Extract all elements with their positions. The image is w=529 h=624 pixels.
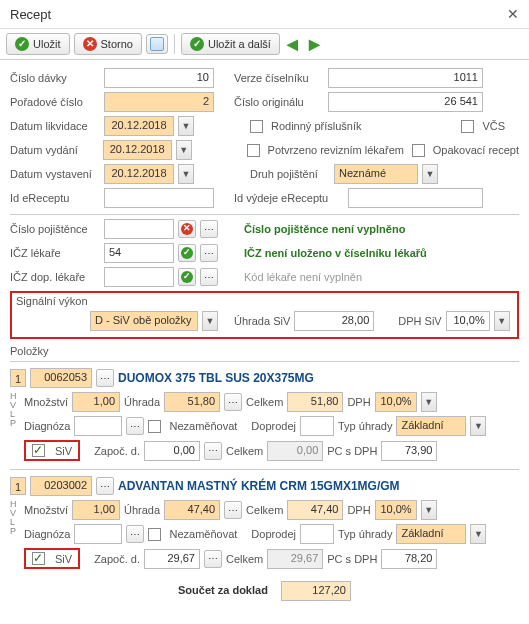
- celkem2-field: 0,00: [267, 441, 323, 461]
- datum-vystaveni-field[interactable]: 20.12.2018: [104, 164, 174, 184]
- more-button[interactable]: ⋯: [126, 417, 144, 435]
- cancel-button[interactable]: ✕ Storno: [74, 33, 142, 55]
- dropdown-icon[interactable]: ▼: [421, 392, 437, 412]
- nezamenovat-label: Nezaměňovat: [169, 528, 237, 540]
- save-next-label: Uložit a další: [208, 38, 271, 50]
- uhrada-field[interactable]: 51,80: [164, 392, 220, 412]
- dph-field[interactable]: 10,0%: [375, 392, 417, 412]
- doprodej-field[interactable]: [300, 524, 334, 544]
- dropdown-icon[interactable]: ▼: [176, 140, 192, 160]
- vcs-checkbox[interactable]: [461, 120, 474, 133]
- drug-code-field[interactable]: 0203002: [30, 476, 92, 496]
- rodinny-checkbox[interactable]: [250, 120, 263, 133]
- more-button[interactable]: ⋯: [200, 244, 218, 262]
- toolbar-action-1[interactable]: [146, 34, 168, 54]
- zapoc-label: Započ. d.: [94, 445, 140, 457]
- cislo-pojistence-field[interactable]: [104, 219, 174, 239]
- uhrada-field[interactable]: 47,40: [164, 500, 220, 520]
- cislo-davky-label: Číslo dávky: [10, 72, 100, 84]
- mnozstvi-label: Množství: [24, 504, 68, 516]
- nezamenovat-checkbox[interactable]: [148, 528, 161, 541]
- uhrada-siv-label: Úhrada SiV: [234, 315, 290, 327]
- more-button[interactable]: ⋯: [224, 393, 242, 411]
- vcs-label: VČS: [482, 120, 505, 132]
- icz-lekare-label: IČZ lékaře: [10, 247, 100, 259]
- icz-lekare-field[interactable]: 54: [104, 243, 174, 263]
- uhrada-siv-field[interactable]: 28,00: [294, 311, 374, 331]
- potvrzeno-label: Potvrzeno revizním lékařem: [268, 144, 404, 156]
- dph-label: DPH: [347, 396, 370, 408]
- save-next-button[interactable]: ✓ Uložit a další: [181, 33, 280, 55]
- dropdown-icon[interactable]: ▼: [422, 164, 438, 184]
- diagnoza-label: Diagnóza: [24, 420, 70, 432]
- drug-code-field[interactable]: 0062053: [30, 368, 92, 388]
- signalni-typ-select[interactable]: D - SiV obě položky: [90, 311, 198, 331]
- dph-siv-field[interactable]: 10,0%: [446, 311, 490, 331]
- more-button[interactable]: ⋯: [200, 268, 218, 286]
- ok-icon: ✓: [178, 268, 196, 286]
- potvrzeno-checkbox[interactable]: [247, 144, 260, 157]
- check-icon: ✓: [190, 37, 204, 51]
- datum-likvidace-field[interactable]: 20.12.2018: [104, 116, 174, 136]
- dph-siv-label: DPH SiV: [398, 315, 441, 327]
- dropdown-icon[interactable]: ▼: [470, 524, 486, 544]
- nezamenovat-checkbox[interactable]: [148, 420, 161, 433]
- dropdown-icon[interactable]: ▼: [421, 500, 437, 520]
- soucet-field: 127,20: [281, 581, 351, 601]
- dropdown-icon[interactable]: ▼: [178, 164, 194, 184]
- siv-box: SiV: [24, 548, 80, 569]
- datum-vydani-field[interactable]: 20.12.2018: [103, 140, 172, 160]
- typ-uhrady-select[interactable]: Základní: [396, 524, 466, 544]
- more-button[interactable]: ⋯: [200, 220, 218, 238]
- check-icon: ✓: [15, 37, 29, 51]
- cancel-label: Storno: [101, 38, 133, 50]
- icz-lekare-msg: IČZ není uloženo v číselníku lékařů: [244, 247, 427, 259]
- close-icon[interactable]: ✕: [507, 6, 519, 22]
- celkem2-label: Celkem: [226, 553, 263, 565]
- diagnoza-field[interactable]: [74, 524, 122, 544]
- id-vydeje-field[interactable]: [348, 188, 483, 208]
- mnozstvi-field[interactable]: 1,00: [72, 500, 120, 520]
- datum-likvidace-label: Datum likvidace: [10, 120, 100, 132]
- more-button[interactable]: ⋯: [126, 525, 144, 543]
- typ-uhrady-label: Typ úhrady: [338, 528, 392, 540]
- doc-icon: [150, 37, 164, 51]
- zapoc-field[interactable]: 29,67: [144, 549, 200, 569]
- pc-label: PC s DPH: [327, 445, 377, 457]
- more-button[interactable]: ⋯: [204, 442, 222, 460]
- dph-field[interactable]: 10,0%: [375, 500, 417, 520]
- cislo-originalu-label: Číslo originálu: [234, 96, 324, 108]
- next-arrow-icon[interactable]: ▶: [306, 35, 324, 53]
- typ-uhrady-select[interactable]: Základní: [396, 416, 466, 436]
- icz-dop-label: IČZ dop. lékaře: [10, 271, 100, 283]
- mnozstvi-label: Množství: [24, 396, 68, 408]
- siv-checkbox[interactable]: [32, 444, 45, 457]
- more-button[interactable]: ⋯: [96, 369, 114, 387]
- cislo-pojistence-msg: Číslo pojištěnce není vyplněno: [244, 223, 405, 235]
- id-ereceptu-field[interactable]: [104, 188, 214, 208]
- drug-name: ADVANTAN MASTNÝ KRÉM CRM 15GMX1MG/GM: [118, 479, 400, 493]
- dropdown-icon[interactable]: ▼: [470, 416, 486, 436]
- dropdown-icon[interactable]: ▼: [178, 116, 194, 136]
- siv-label: SiV: [55, 553, 72, 565]
- pc-field: 78,20: [381, 549, 437, 569]
- dropdown-icon[interactable]: ▼: [202, 311, 218, 331]
- save-button[interactable]: ✓ Uložit: [6, 33, 70, 55]
- mnozstvi-field[interactable]: 1,00: [72, 392, 120, 412]
- celkem-field: 47,40: [287, 500, 343, 520]
- dropdown-icon[interactable]: ▼: [494, 311, 510, 331]
- more-button[interactable]: ⋯: [224, 501, 242, 519]
- druh-pojisteni-select[interactable]: Neznámé: [334, 164, 418, 184]
- more-button[interactable]: ⋯: [96, 477, 114, 495]
- poradove-cislo-field[interactable]: 2: [104, 92, 214, 112]
- icz-dop-field[interactable]: [104, 267, 174, 287]
- drug-name: DUOMOX 375 TBL SUS 20X375MG: [118, 371, 314, 385]
- more-button[interactable]: ⋯: [204, 550, 222, 568]
- opakovaci-checkbox[interactable]: [412, 144, 425, 157]
- zapoc-field[interactable]: 0,00: [144, 441, 200, 461]
- prev-arrow-icon[interactable]: ◀: [284, 35, 302, 53]
- doprodej-field[interactable]: [300, 416, 334, 436]
- siv-checkbox[interactable]: [32, 552, 45, 565]
- hvlp-icon: HVLP: [10, 500, 22, 573]
- diagnoza-field[interactable]: [74, 416, 122, 436]
